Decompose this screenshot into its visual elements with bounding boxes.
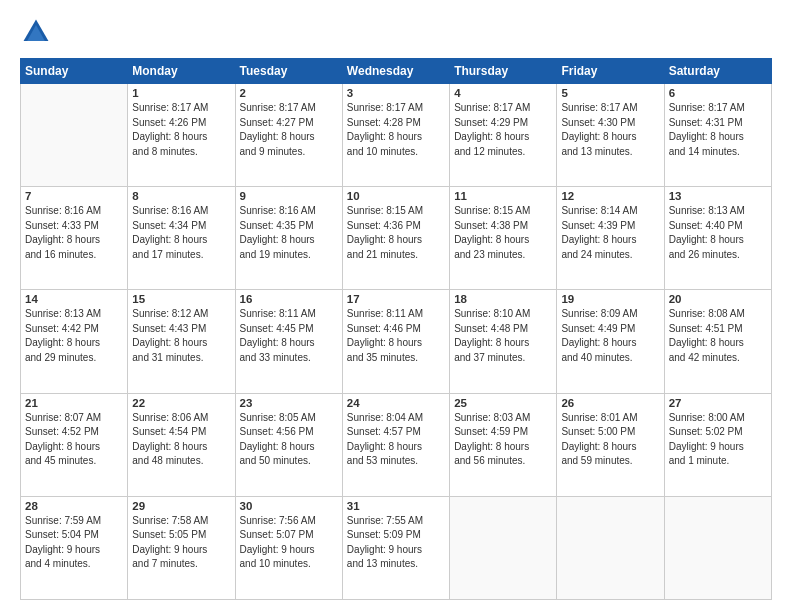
day-number: 18 — [454, 293, 552, 305]
day-cell: 24Sunrise: 8:04 AM Sunset: 4:57 PM Dayli… — [342, 393, 449, 496]
day-info: Sunrise: 8:17 AM Sunset: 4:28 PM Dayligh… — [347, 101, 445, 159]
day-cell: 29Sunrise: 7:58 AM Sunset: 5:05 PM Dayli… — [128, 496, 235, 599]
column-header-thursday: Thursday — [450, 59, 557, 84]
day-info: Sunrise: 8:00 AM Sunset: 5:02 PM Dayligh… — [669, 411, 767, 469]
day-info: Sunrise: 8:03 AM Sunset: 4:59 PM Dayligh… — [454, 411, 552, 469]
page: SundayMondayTuesdayWednesdayThursdayFrid… — [0, 0, 792, 612]
day-info: Sunrise: 8:13 AM Sunset: 4:40 PM Dayligh… — [669, 204, 767, 262]
day-cell: 11Sunrise: 8:15 AM Sunset: 4:38 PM Dayli… — [450, 187, 557, 290]
day-number: 12 — [561, 190, 659, 202]
logo-icon — [20, 16, 52, 48]
column-header-monday: Monday — [128, 59, 235, 84]
week-row-5: 28Sunrise: 7:59 AM Sunset: 5:04 PM Dayli… — [21, 496, 772, 599]
day-cell: 18Sunrise: 8:10 AM Sunset: 4:48 PM Dayli… — [450, 290, 557, 393]
day-cell: 28Sunrise: 7:59 AM Sunset: 5:04 PM Dayli… — [21, 496, 128, 599]
day-cell: 20Sunrise: 8:08 AM Sunset: 4:51 PM Dayli… — [664, 290, 771, 393]
day-info: Sunrise: 8:14 AM Sunset: 4:39 PM Dayligh… — [561, 204, 659, 262]
day-cell — [664, 496, 771, 599]
day-number: 28 — [25, 500, 123, 512]
day-cell: 9Sunrise: 8:16 AM Sunset: 4:35 PM Daylig… — [235, 187, 342, 290]
day-number: 21 — [25, 397, 123, 409]
day-number: 17 — [347, 293, 445, 305]
day-number: 3 — [347, 87, 445, 99]
day-info: Sunrise: 8:10 AM Sunset: 4:48 PM Dayligh… — [454, 307, 552, 365]
header — [20, 16, 772, 48]
day-cell: 10Sunrise: 8:15 AM Sunset: 4:36 PM Dayli… — [342, 187, 449, 290]
day-cell: 22Sunrise: 8:06 AM Sunset: 4:54 PM Dayli… — [128, 393, 235, 496]
logo — [20, 16, 56, 48]
day-cell: 26Sunrise: 8:01 AM Sunset: 5:00 PM Dayli… — [557, 393, 664, 496]
day-info: Sunrise: 7:59 AM Sunset: 5:04 PM Dayligh… — [25, 514, 123, 572]
day-number: 8 — [132, 190, 230, 202]
day-info: Sunrise: 8:17 AM Sunset: 4:26 PM Dayligh… — [132, 101, 230, 159]
day-cell: 2Sunrise: 8:17 AM Sunset: 4:27 PM Daylig… — [235, 84, 342, 187]
column-header-wednesday: Wednesday — [342, 59, 449, 84]
day-number: 4 — [454, 87, 552, 99]
day-cell: 8Sunrise: 8:16 AM Sunset: 4:34 PM Daylig… — [128, 187, 235, 290]
day-number: 26 — [561, 397, 659, 409]
day-number: 27 — [669, 397, 767, 409]
day-info: Sunrise: 8:06 AM Sunset: 4:54 PM Dayligh… — [132, 411, 230, 469]
day-info: Sunrise: 8:04 AM Sunset: 4:57 PM Dayligh… — [347, 411, 445, 469]
day-cell: 27Sunrise: 8:00 AM Sunset: 5:02 PM Dayli… — [664, 393, 771, 496]
day-cell: 21Sunrise: 8:07 AM Sunset: 4:52 PM Dayli… — [21, 393, 128, 496]
calendar: SundayMondayTuesdayWednesdayThursdayFrid… — [20, 58, 772, 600]
day-number: 30 — [240, 500, 338, 512]
day-info: Sunrise: 8:11 AM Sunset: 4:45 PM Dayligh… — [240, 307, 338, 365]
day-cell: 4Sunrise: 8:17 AM Sunset: 4:29 PM Daylig… — [450, 84, 557, 187]
column-header-tuesday: Tuesday — [235, 59, 342, 84]
day-cell: 23Sunrise: 8:05 AM Sunset: 4:56 PM Dayli… — [235, 393, 342, 496]
column-header-saturday: Saturday — [664, 59, 771, 84]
day-cell — [21, 84, 128, 187]
day-info: Sunrise: 8:17 AM Sunset: 4:31 PM Dayligh… — [669, 101, 767, 159]
week-row-2: 7Sunrise: 8:16 AM Sunset: 4:33 PM Daylig… — [21, 187, 772, 290]
day-info: Sunrise: 8:07 AM Sunset: 4:52 PM Dayligh… — [25, 411, 123, 469]
day-info: Sunrise: 8:09 AM Sunset: 4:49 PM Dayligh… — [561, 307, 659, 365]
day-cell: 6Sunrise: 8:17 AM Sunset: 4:31 PM Daylig… — [664, 84, 771, 187]
day-cell: 14Sunrise: 8:13 AM Sunset: 4:42 PM Dayli… — [21, 290, 128, 393]
day-cell: 5Sunrise: 8:17 AM Sunset: 4:30 PM Daylig… — [557, 84, 664, 187]
day-info: Sunrise: 8:05 AM Sunset: 4:56 PM Dayligh… — [240, 411, 338, 469]
day-info: Sunrise: 8:13 AM Sunset: 4:42 PM Dayligh… — [25, 307, 123, 365]
day-number: 13 — [669, 190, 767, 202]
day-info: Sunrise: 8:17 AM Sunset: 4:29 PM Dayligh… — [454, 101, 552, 159]
week-row-4: 21Sunrise: 8:07 AM Sunset: 4:52 PM Dayli… — [21, 393, 772, 496]
day-info: Sunrise: 8:16 AM Sunset: 4:35 PM Dayligh… — [240, 204, 338, 262]
day-number: 14 — [25, 293, 123, 305]
day-number: 10 — [347, 190, 445, 202]
day-cell: 25Sunrise: 8:03 AM Sunset: 4:59 PM Dayli… — [450, 393, 557, 496]
day-number: 9 — [240, 190, 338, 202]
day-info: Sunrise: 8:16 AM Sunset: 4:34 PM Dayligh… — [132, 204, 230, 262]
day-info: Sunrise: 8:16 AM Sunset: 4:33 PM Dayligh… — [25, 204, 123, 262]
day-info: Sunrise: 7:58 AM Sunset: 5:05 PM Dayligh… — [132, 514, 230, 572]
day-cell: 1Sunrise: 8:17 AM Sunset: 4:26 PM Daylig… — [128, 84, 235, 187]
day-number: 2 — [240, 87, 338, 99]
day-cell: 19Sunrise: 8:09 AM Sunset: 4:49 PM Dayli… — [557, 290, 664, 393]
day-cell: 7Sunrise: 8:16 AM Sunset: 4:33 PM Daylig… — [21, 187, 128, 290]
day-number: 25 — [454, 397, 552, 409]
day-info: Sunrise: 8:11 AM Sunset: 4:46 PM Dayligh… — [347, 307, 445, 365]
day-number: 16 — [240, 293, 338, 305]
day-cell: 16Sunrise: 8:11 AM Sunset: 4:45 PM Dayli… — [235, 290, 342, 393]
week-row-1: 1Sunrise: 8:17 AM Sunset: 4:26 PM Daylig… — [21, 84, 772, 187]
day-number: 15 — [132, 293, 230, 305]
day-info: Sunrise: 8:15 AM Sunset: 4:36 PM Dayligh… — [347, 204, 445, 262]
day-number: 19 — [561, 293, 659, 305]
day-cell: 15Sunrise: 8:12 AM Sunset: 4:43 PM Dayli… — [128, 290, 235, 393]
day-cell — [557, 496, 664, 599]
column-header-sunday: Sunday — [21, 59, 128, 84]
day-cell: 12Sunrise: 8:14 AM Sunset: 4:39 PM Dayli… — [557, 187, 664, 290]
day-number: 7 — [25, 190, 123, 202]
day-cell — [450, 496, 557, 599]
day-info: Sunrise: 7:56 AM Sunset: 5:07 PM Dayligh… — [240, 514, 338, 572]
day-number: 29 — [132, 500, 230, 512]
day-info: Sunrise: 8:08 AM Sunset: 4:51 PM Dayligh… — [669, 307, 767, 365]
day-number: 1 — [132, 87, 230, 99]
day-cell: 31Sunrise: 7:55 AM Sunset: 5:09 PM Dayli… — [342, 496, 449, 599]
day-info: Sunrise: 8:01 AM Sunset: 5:00 PM Dayligh… — [561, 411, 659, 469]
day-number: 31 — [347, 500, 445, 512]
day-number: 22 — [132, 397, 230, 409]
day-info: Sunrise: 8:12 AM Sunset: 4:43 PM Dayligh… — [132, 307, 230, 365]
day-cell: 13Sunrise: 8:13 AM Sunset: 4:40 PM Dayli… — [664, 187, 771, 290]
day-cell: 17Sunrise: 8:11 AM Sunset: 4:46 PM Dayli… — [342, 290, 449, 393]
